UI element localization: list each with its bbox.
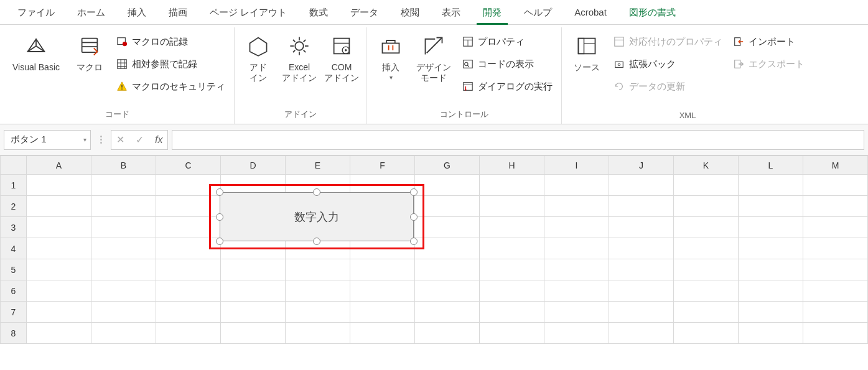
col-header[interactable]: J xyxy=(609,156,674,175)
cell[interactable] xyxy=(674,280,739,302)
cell[interactable] xyxy=(156,280,221,302)
cell[interactable] xyxy=(480,217,544,238)
cell[interactable] xyxy=(27,217,91,238)
form-button-selection[interactable]: 数字入力 xyxy=(209,184,424,249)
map-properties-button[interactable]: 対応付けのプロパティ xyxy=(610,32,725,51)
cell[interactable] xyxy=(415,323,480,344)
enter-formula-button[interactable]: ✓ xyxy=(136,134,144,146)
macro-security-button[interactable]: マクロのセキュリティ xyxy=(113,77,228,96)
col-header[interactable]: F xyxy=(350,156,415,175)
col-header[interactable]: C xyxy=(156,156,221,175)
cell[interactable] xyxy=(350,259,415,280)
resize-handle[interactable] xyxy=(313,188,320,196)
cell[interactable] xyxy=(27,196,91,217)
cell[interactable] xyxy=(27,175,91,196)
col-header[interactable]: H xyxy=(480,156,544,175)
cell[interactable] xyxy=(674,196,739,217)
cell[interactable] xyxy=(415,217,480,238)
resize-handle[interactable] xyxy=(216,188,223,196)
row-header[interactable]: 4 xyxy=(1,238,27,259)
resize-handle[interactable] xyxy=(216,213,223,221)
col-header[interactable]: K xyxy=(674,156,739,175)
tab-file[interactable]: ファイル xyxy=(6,0,66,25)
cell[interactable] xyxy=(674,238,739,259)
cell[interactable] xyxy=(803,323,868,344)
record-macro-button[interactable]: マクロの記録 xyxy=(113,32,228,51)
select-all-corner[interactable] xyxy=(1,156,27,175)
cell[interactable] xyxy=(609,175,674,196)
insert-function-button[interactable]: fx xyxy=(155,134,162,146)
cell[interactable] xyxy=(91,259,156,280)
view-code-button[interactable]: コードの表示 xyxy=(459,55,555,73)
cell[interactable] xyxy=(221,259,286,280)
cell[interactable] xyxy=(544,217,609,238)
resize-handle[interactable] xyxy=(216,238,223,245)
cell[interactable] xyxy=(480,175,544,196)
cell[interactable] xyxy=(221,323,286,344)
cell[interactable] xyxy=(674,217,739,238)
col-header[interactable]: A xyxy=(27,156,91,175)
cell[interactable] xyxy=(803,196,868,217)
cell[interactable] xyxy=(350,280,415,302)
cell[interactable] xyxy=(480,259,544,280)
col-header[interactable]: E xyxy=(286,156,350,175)
cell[interactable] xyxy=(221,302,286,323)
col-header[interactable]: L xyxy=(739,156,803,175)
cell[interactable] xyxy=(415,280,480,302)
cell[interactable] xyxy=(221,280,286,302)
cell[interactable] xyxy=(350,302,415,323)
cell[interactable] xyxy=(609,238,674,259)
run-dialog-button[interactable]: ダイアログの実行 xyxy=(459,77,555,96)
cell[interactable] xyxy=(415,175,480,196)
cell[interactable] xyxy=(739,323,803,344)
tab-view[interactable]: 表示 xyxy=(431,0,472,25)
row-header[interactable]: 8 xyxy=(1,323,27,344)
tab-data[interactable]: データ xyxy=(339,0,390,25)
cell[interactable] xyxy=(544,323,609,344)
col-header[interactable]: B xyxy=(91,156,156,175)
cell[interactable] xyxy=(609,196,674,217)
cell[interactable] xyxy=(156,259,221,280)
cell[interactable] xyxy=(674,323,739,344)
cell[interactable] xyxy=(480,323,544,344)
tab-developer[interactable]: 開発 xyxy=(472,0,513,25)
cell[interactable] xyxy=(544,196,609,217)
resize-handle[interactable] xyxy=(410,213,418,221)
cell[interactable] xyxy=(286,302,350,323)
cell[interactable] xyxy=(803,302,868,323)
cell[interactable] xyxy=(739,217,803,238)
cell[interactable] xyxy=(739,175,803,196)
tab-home[interactable]: ホーム xyxy=(66,0,116,25)
row-header[interactable]: 2 xyxy=(1,196,27,217)
cell[interactable] xyxy=(609,217,674,238)
cell[interactable] xyxy=(91,302,156,323)
chevron-down-icon[interactable]: ▾ xyxy=(83,136,86,143)
cell[interactable] xyxy=(415,302,480,323)
cell[interactable] xyxy=(415,238,480,259)
col-header[interactable]: D xyxy=(221,156,286,175)
cell[interactable] xyxy=(674,259,739,280)
cell[interactable] xyxy=(803,238,868,259)
cell[interactable] xyxy=(803,175,868,196)
import-button[interactable]: インポート xyxy=(730,32,807,51)
cell[interactable] xyxy=(91,175,156,196)
tab-help[interactable]: ヘルプ xyxy=(513,0,563,25)
properties-button[interactable]: プロパティ xyxy=(459,32,555,51)
cell[interactable] xyxy=(480,196,544,217)
cell[interactable] xyxy=(480,280,544,302)
cell[interactable] xyxy=(286,323,350,344)
form-button[interactable]: 数字入力 xyxy=(220,192,414,241)
tab-formulas[interactable]: 数式 xyxy=(298,0,339,25)
cell[interactable] xyxy=(609,280,674,302)
cell[interactable] xyxy=(27,259,91,280)
com-addin-button[interactable]: COM アドイン xyxy=(323,30,360,83)
col-header[interactable]: M xyxy=(803,156,868,175)
cell[interactable] xyxy=(609,302,674,323)
cancel-formula-button[interactable]: ✕ xyxy=(116,134,124,146)
insert-control-button[interactable]: 挿入 ▾ xyxy=(373,30,408,81)
row-header[interactable]: 1 xyxy=(1,175,27,196)
cell[interactable] xyxy=(544,302,609,323)
cell[interactable] xyxy=(286,280,350,302)
visual-basic-button[interactable]: Visual Basic xyxy=(6,30,66,73)
tab-shape-format[interactable]: 図形の書式 xyxy=(618,0,687,25)
